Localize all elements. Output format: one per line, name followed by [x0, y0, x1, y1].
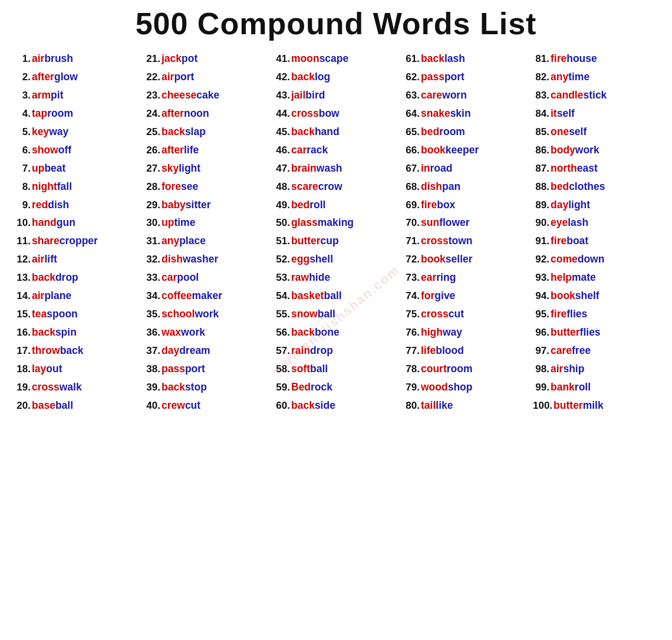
word-number: 93.	[533, 271, 549, 285]
word-item: 36.waxwork	[144, 326, 269, 340]
word-number: 82.	[533, 71, 549, 84]
word-item: 73.earring	[403, 271, 528, 285]
word-part2: box	[437, 199, 455, 211]
word-part1: glass	[291, 216, 318, 228]
word-text: handgun	[32, 216, 75, 230]
word-number: 4.	[14, 107, 31, 121]
word-number: 42.	[274, 71, 290, 84]
word-item: 16.backspin	[14, 326, 139, 340]
word-part2: self	[569, 126, 587, 137]
word-part1: after	[32, 71, 54, 83]
word-number: 15.	[14, 308, 31, 321]
word-part2: time	[568, 71, 589, 83]
word-part2: mate	[572, 271, 596, 283]
word-part1: butter	[291, 235, 321, 247]
word-item: 82.anytime	[533, 70, 658, 84]
column-4: 61.backlash62.passport63.careworn64.snak…	[401, 52, 531, 417]
word-text: bookkeeper	[421, 143, 479, 157]
word-number: 100.	[533, 399, 552, 413]
word-item: 75.crosscut	[403, 307, 528, 321]
word-text: reddish	[32, 198, 69, 212]
word-text: snowball	[291, 307, 335, 321]
word-part1: candle	[551, 89, 583, 101]
word-item: 1.airbrush	[14, 52, 139, 66]
word-part2: stick	[583, 89, 607, 101]
word-part2: glow	[54, 71, 78, 83]
word-item: 44.crossbow	[274, 107, 398, 121]
word-part2: brush	[44, 52, 73, 64]
word-number: 12.	[14, 253, 31, 267]
word-number: 84.	[533, 107, 549, 121]
word-part1: life	[421, 344, 436, 356]
word-part2: room	[447, 363, 473, 375]
word-part1: share	[32, 235, 60, 247]
word-part1: basket	[291, 290, 324, 301]
word-text: teaspoon	[32, 307, 78, 321]
word-part2: cropper	[60, 235, 98, 247]
word-part2: lash	[568, 216, 588, 228]
word-item: 30.uptime	[144, 216, 269, 230]
word-part1: back	[291, 326, 315, 338]
word-part2: bow	[319, 107, 340, 119]
word-number: 60.	[274, 399, 290, 413]
word-text: carrack	[291, 143, 328, 157]
word-part1: eye	[551, 216, 568, 228]
word-number: 21.	[144, 52, 160, 66]
word-part2: crow	[318, 180, 342, 192]
word-part2: free	[572, 344, 591, 356]
word-part1: cross	[291, 107, 319, 119]
word-part2: like	[436, 399, 453, 411]
word-part1: jack	[162, 52, 182, 64]
word-item: 91.fireboat	[533, 234, 658, 248]
word-part1: one	[551, 126, 569, 137]
word-item: 15.teaspoon	[14, 307, 139, 321]
word-number: 25.	[144, 126, 160, 139]
word-number: 26.	[144, 144, 160, 157]
word-part2: work	[575, 144, 599, 156]
word-item: 85.oneself	[533, 125, 658, 139]
word-item: 63.careworn	[403, 88, 528, 103]
word-part1: ear	[421, 271, 436, 283]
word-number: 70.	[403, 216, 420, 230]
word-number: 90.	[533, 216, 549, 230]
word-part2: worn	[442, 89, 467, 101]
word-part1: baby	[162, 199, 186, 211]
word-part1: book	[421, 144, 446, 156]
word-text: airship	[551, 362, 584, 376]
word-number: 55.	[274, 308, 290, 321]
word-item: 99.bankroll	[533, 380, 658, 395]
word-part1: butter	[554, 399, 583, 411]
word-text: sharecropper	[32, 234, 98, 248]
word-part2: seller	[446, 253, 473, 265]
word-part2: roll	[575, 381, 591, 393]
word-number: 78.	[403, 363, 420, 376]
word-part1: tea	[32, 308, 47, 320]
word-number: 83.	[533, 89, 549, 103]
word-part2: way	[49, 126, 68, 137]
word-part2: flies	[566, 308, 587, 320]
word-number: 95.	[533, 308, 549, 321]
word-part1: bed	[421, 126, 439, 137]
word-text: crosswalk	[32, 380, 82, 395]
word-number: 74.	[403, 290, 420, 303]
word-part1: air	[551, 363, 563, 375]
word-part2: skin	[450, 107, 471, 119]
word-text: woodshop	[421, 380, 473, 395]
word-item: 76.highway	[403, 326, 528, 340]
word-part2: scape	[319, 52, 349, 64]
word-item: 47.brainwash	[274, 162, 398, 176]
word-item: 51.buttercup	[274, 234, 398, 248]
word-text: skylight	[162, 162, 200, 176]
word-part1: throw	[32, 344, 60, 356]
word-part1: pass	[421, 71, 444, 83]
word-number: 98.	[533, 363, 549, 376]
word-number: 71.	[403, 235, 420, 248]
word-part1: book	[551, 290, 575, 301]
word-part2: bird	[305, 89, 325, 101]
word-item: 57.raindrop	[274, 344, 398, 358]
word-item: 95.fireflies	[533, 307, 658, 321]
word-text: candlestick	[551, 88, 607, 103]
word-number: 33.	[144, 271, 160, 285]
word-number: 18.	[14, 363, 31, 376]
word-text: daydream	[162, 344, 210, 358]
